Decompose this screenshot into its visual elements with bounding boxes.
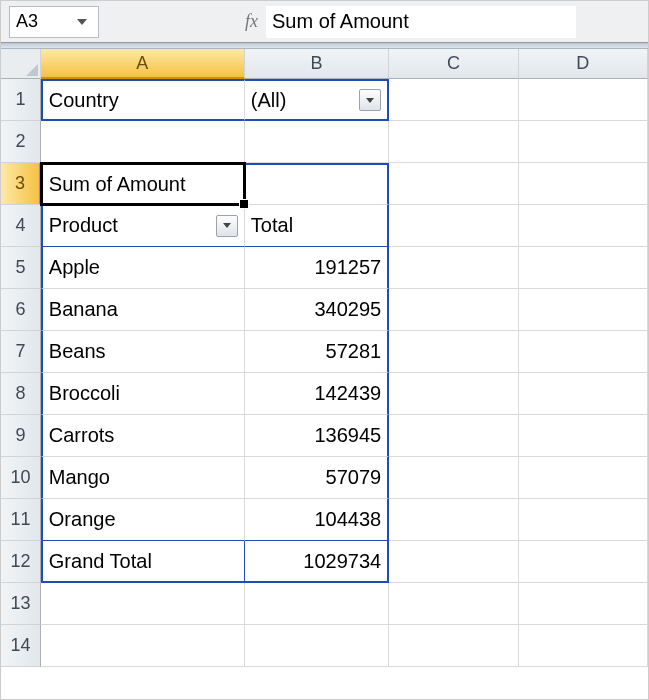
- row-7: 7 Beans 57281: [1, 331, 648, 373]
- row-6: 6 Banana 340295: [1, 289, 648, 331]
- cell-C13[interactable]: [389, 583, 518, 625]
- row-header-11[interactable]: 11: [1, 499, 41, 541]
- formula-input[interactable]: Sum of Amount: [266, 6, 576, 38]
- cell-C3[interactable]: [389, 163, 518, 205]
- cell-B11[interactable]: 104438: [245, 499, 389, 541]
- column-header-A[interactable]: A: [41, 49, 245, 79]
- row-11: 11 Orange 104438: [1, 499, 648, 541]
- cell-C5[interactable]: [389, 247, 518, 289]
- cell-A4[interactable]: Product: [41, 205, 245, 247]
- cell-A10[interactable]: Mango: [41, 457, 245, 499]
- cell-A2[interactable]: [41, 121, 245, 163]
- row-12: 12 Grand Total 1029734: [1, 541, 648, 583]
- cell-A1[interactable]: Country: [41, 79, 245, 121]
- cell-text: 142439: [314, 382, 381, 405]
- row-header-7[interactable]: 7: [1, 331, 41, 373]
- cell-C1[interactable]: [389, 79, 518, 121]
- row-header-8[interactable]: 8: [1, 373, 41, 415]
- row-header-13[interactable]: 13: [1, 583, 41, 625]
- row-header-5[interactable]: 5: [1, 247, 41, 289]
- filter-dropdown-icon[interactable]: [359, 89, 381, 111]
- cell-C8[interactable]: [389, 373, 518, 415]
- cell-A3[interactable]: Sum of Amount: [41, 163, 245, 205]
- cell-B14[interactable]: [245, 625, 389, 667]
- row-header-9[interactable]: 9: [1, 415, 41, 457]
- column-header-B[interactable]: B: [245, 49, 389, 79]
- cell-B2[interactable]: [245, 121, 389, 163]
- row-header-4[interactable]: 4: [1, 205, 41, 247]
- cell-D4[interactable]: [519, 205, 648, 247]
- cell-D10[interactable]: [519, 457, 648, 499]
- cell-A9[interactable]: Carrots: [41, 415, 245, 457]
- cell-D2[interactable]: [519, 121, 648, 163]
- cell-text: Orange: [49, 508, 116, 531]
- cell-C9[interactable]: [389, 415, 518, 457]
- row-header-14[interactable]: 14: [1, 625, 41, 667]
- cell-C11[interactable]: [389, 499, 518, 541]
- cell-C7[interactable]: [389, 331, 518, 373]
- cell-B13[interactable]: [245, 583, 389, 625]
- cell-B9[interactable]: 136945: [245, 415, 389, 457]
- cell-C14[interactable]: [389, 625, 518, 667]
- cell-D5[interactable]: [519, 247, 648, 289]
- cell-C2[interactable]: [389, 121, 518, 163]
- fx-icon[interactable]: fx: [245, 11, 258, 32]
- cell-B1[interactable]: (All): [245, 79, 389, 121]
- cell-A12[interactable]: Grand Total: [41, 541, 245, 583]
- cell-D1[interactable]: [519, 79, 648, 121]
- row-header-6[interactable]: 6: [1, 289, 41, 331]
- name-box-value: A3: [16, 11, 38, 32]
- cell-C4[interactable]: [389, 205, 518, 247]
- column-header-C[interactable]: C: [389, 49, 518, 79]
- cell-D13[interactable]: [519, 583, 648, 625]
- cell-text: Sum of Amount: [49, 173, 186, 196]
- cell-B12[interactable]: 1029734: [245, 541, 389, 583]
- cell-text: Product: [49, 214, 118, 237]
- cell-C10[interactable]: [389, 457, 518, 499]
- cell-A14[interactable]: [41, 625, 245, 667]
- cell-B8[interactable]: 142439: [245, 373, 389, 415]
- cell-B3[interactable]: [245, 163, 389, 205]
- cell-A6[interactable]: Banana: [41, 289, 245, 331]
- cell-B5[interactable]: 191257: [245, 247, 389, 289]
- cell-text: Broccoli: [49, 382, 120, 405]
- row-header-10[interactable]: 10: [1, 457, 41, 499]
- cell-text: 191257: [314, 256, 381, 279]
- name-box-dropdown-icon[interactable]: [72, 12, 92, 32]
- cell-A7[interactable]: Beans: [41, 331, 245, 373]
- cell-A8[interactable]: Broccoli: [41, 373, 245, 415]
- row-1: 1 Country (All): [1, 79, 648, 121]
- row-header-12[interactable]: 12: [1, 541, 41, 583]
- cell-B6[interactable]: 340295: [245, 289, 389, 331]
- cell-B4[interactable]: Total: [245, 205, 389, 247]
- cell-D9[interactable]: [519, 415, 648, 457]
- cell-D7[interactable]: [519, 331, 648, 373]
- select-all-corner[interactable]: [1, 49, 41, 79]
- cell-text: 57281: [326, 340, 382, 363]
- filter-dropdown-icon[interactable]: [216, 215, 238, 237]
- cell-B10[interactable]: 57079: [245, 457, 389, 499]
- row-14: 14: [1, 625, 648, 667]
- cell-D3[interactable]: [519, 163, 648, 205]
- cell-D6[interactable]: [519, 289, 648, 331]
- row-2: 2: [1, 121, 648, 163]
- cell-text: Apple: [49, 256, 100, 279]
- cell-text: Beans: [49, 340, 106, 363]
- name-box[interactable]: A3: [9, 6, 99, 38]
- cell-A5[interactable]: Apple: [41, 247, 245, 289]
- row-header-1[interactable]: 1: [1, 79, 41, 121]
- cell-C6[interactable]: [389, 289, 518, 331]
- cell-A11[interactable]: Orange: [41, 499, 245, 541]
- row-5: 5 Apple 191257: [1, 247, 648, 289]
- cell-D12[interactable]: [519, 541, 648, 583]
- cell-A13[interactable]: [41, 583, 245, 625]
- column-header-D[interactable]: D: [519, 49, 648, 79]
- row-header-3[interactable]: 3: [1, 163, 41, 205]
- row-8: 8 Broccoli 142439: [1, 373, 648, 415]
- cell-C12[interactable]: [389, 541, 518, 583]
- cell-D14[interactable]: [519, 625, 648, 667]
- cell-D8[interactable]: [519, 373, 648, 415]
- row-header-2[interactable]: 2: [1, 121, 41, 163]
- cell-D11[interactable]: [519, 499, 648, 541]
- cell-B7[interactable]: 57281: [245, 331, 389, 373]
